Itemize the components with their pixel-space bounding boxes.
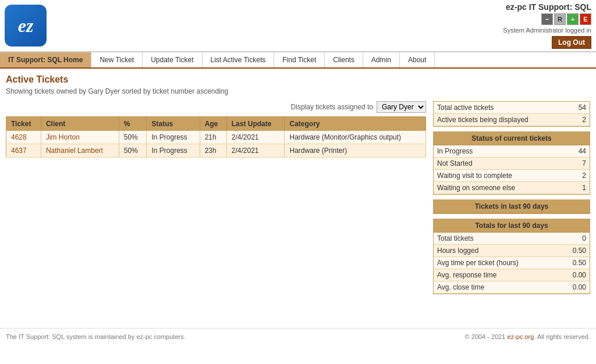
table-row: 4637 Nathaniel Lambert 50% In Progress 2… [6, 144, 426, 158]
nav-item-find-ticket[interactable]: Find Ticket [274, 52, 325, 67]
cell-status: In Progress [147, 144, 200, 158]
col-ticket: Ticket [6, 117, 41, 131]
cell-age: 21h [200, 131, 226, 144]
totals-row: Avg. response time0.00 [434, 269, 590, 281]
status-row: In Progress44 [434, 145, 590, 158]
logo: ez [5, 5, 47, 47]
ticket-link[interactable]: 4637 [11, 147, 27, 155]
status-row: Not Started7 [434, 158, 590, 170]
nav-item-about[interactable]: About [400, 52, 435, 67]
totals-value: 0.00 [560, 281, 590, 294]
status-table: In Progress44Not Started7Waiting visit t… [434, 145, 590, 194]
nav-item-list-active[interactable]: List Active Tickets [203, 52, 275, 67]
cell-pct: 50% [119, 131, 147, 144]
totals-value: 0.50 [560, 245, 590, 257]
logged-in-label: System Administrator logged in [503, 27, 591, 34]
status-value: 2 [566, 170, 590, 182]
cell-category: Hardware (Printer) [285, 144, 426, 158]
status-row: Waiting visit to complete2 [434, 170, 590, 182]
nav-bar: IT Support: SQL Home New Ticket Update T… [0, 52, 596, 69]
cell-ticket[interactable]: 4628 [6, 131, 41, 144]
assigned-select[interactable]: Gary Dyer [377, 101, 426, 113]
summary-row: Active tickets being displayed2 [434, 114, 590, 126]
nav-item-update-ticket[interactable]: Update Ticket [143, 52, 202, 67]
summary-value: 54 [569, 102, 590, 114]
totals-table: Total tickets0Hours logged0.50Avg time p… [434, 233, 590, 294]
tickets-table: Ticket Client % Status Age Last Update C… [6, 116, 426, 158]
col-client: Client [41, 117, 119, 131]
tickets-tbody: 4628 Jim Horton 50% In Progress 21h 2/4/… [6, 131, 426, 158]
totals-label: Avg. close time [434, 281, 560, 294]
expand-icon[interactable]: + [567, 13, 579, 25]
logout-button[interactable]: Log Out [552, 36, 591, 49]
logo-text: ez [18, 15, 34, 37]
totals-panel-header: Totals for last 90 days [434, 219, 590, 233]
footer-right: © 2004 - 2021 ez-pc.org. All rights rese… [465, 333, 590, 340]
cell-category: Hardware (Monitor/Graphics output) [285, 131, 426, 144]
tickets-section: Display tickets assigned to Gary Dyer Ti… [6, 101, 426, 299]
totals-value: 0 [560, 233, 590, 245]
status-row: Waiting on someone else1 [434, 182, 590, 194]
nav-item-new-ticket[interactable]: New Ticket [91, 52, 143, 67]
status-label: Waiting visit to complete [434, 170, 566, 182]
tickets-table-header-row: Ticket Client % Status Age Last Update C… [6, 117, 426, 131]
last90-panel: Tickets in last 90 days [433, 199, 590, 214]
cell-client[interactable]: Nathaniel Lambert [41, 144, 119, 158]
totals-value: 0.00 [560, 269, 590, 281]
col-last-update: Last Update [226, 117, 285, 131]
totals-row: Total tickets0 [434, 233, 590, 245]
nav-item-admin[interactable]: Admin [363, 52, 400, 67]
cell-client[interactable]: Jim Horton [41, 131, 119, 144]
last90-header: Tickets in last 90 days [434, 200, 590, 213]
footer-link[interactable]: ez-pc.org [508, 333, 534, 340]
totals-value: 0.50 [560, 257, 590, 269]
nav-item-clients[interactable]: Clients [325, 52, 363, 67]
status-label: Not Started [434, 158, 566, 170]
cell-ticket[interactable]: 4637 [6, 144, 41, 158]
summary-label: Total active tickets [434, 102, 569, 114]
status-panel: Status of current tickets In Progress44N… [433, 131, 590, 195]
page-title: Active Tickets [6, 74, 590, 85]
totals-panel: Totals for last 90 days Total tickets0Ho… [433, 219, 590, 294]
sidebar: Total active tickets54Active tickets bei… [433, 101, 590, 299]
totals-row: Avg time per ticket (hours)0.50 [434, 257, 590, 269]
totals-row: Avg. close time0.00 [434, 281, 590, 294]
app-title: ez-pc IT Support: SQL [503, 2, 591, 12]
summary-label: Active tickets being displayed [434, 114, 569, 126]
status-value: 7 [566, 158, 590, 170]
display-filter: Display tickets assigned to Gary Dyer [6, 101, 426, 113]
summary-row: Total active tickets54 [434, 102, 590, 114]
display-filter-label: Display tickets assigned to [291, 103, 373, 111]
totals-row: Hours logged0.50 [434, 245, 590, 257]
client-link[interactable]: Jim Horton [46, 133, 80, 141]
totals-label: Hours logged [434, 245, 560, 257]
header-icons: − R + E [503, 13, 591, 25]
ticket-link[interactable]: 4628 [11, 133, 27, 141]
totals-label: Total tickets [434, 233, 560, 245]
summary-value: 2 [569, 114, 590, 126]
status-label: Waiting on someone else [434, 182, 566, 194]
cell-last-update: 2/4/2021 [226, 144, 285, 158]
close-icon[interactable]: E [580, 13, 591, 25]
col-age: Age [200, 117, 226, 131]
cell-last-update: 2/4/2021 [226, 131, 285, 144]
status-value: 44 [566, 145, 590, 158]
client-link[interactable]: Nathaniel Lambert [46, 147, 103, 155]
table-row: 4628 Jim Horton 50% In Progress 21h 2/4/… [6, 131, 426, 144]
cell-pct: 50% [119, 144, 147, 158]
cell-age: 23h [200, 144, 226, 158]
col-status: Status [147, 117, 200, 131]
totals-label: Avg time per ticket (hours) [434, 257, 560, 269]
nav-item-home[interactable]: IT Support: SQL Home [0, 52, 91, 67]
totals-label: Avg. response time [434, 269, 560, 281]
status-label: In Progress [434, 145, 566, 158]
restore-icon[interactable]: R [554, 13, 566, 25]
status-value: 1 [566, 182, 590, 194]
col-category: Category [285, 117, 426, 131]
summary-table: Total active tickets54Active tickets bei… [434, 102, 590, 126]
footer-left: The IT Support: SQL system is maintained… [6, 333, 186, 340]
minimize-icon[interactable]: − [541, 13, 553, 25]
page-subtitle: Showing tickets owned by Gary Dyer sorte… [6, 87, 590, 95]
col-pct: % [119, 117, 147, 131]
summary-panel: Total active tickets54Active tickets bei… [433, 101, 590, 127]
